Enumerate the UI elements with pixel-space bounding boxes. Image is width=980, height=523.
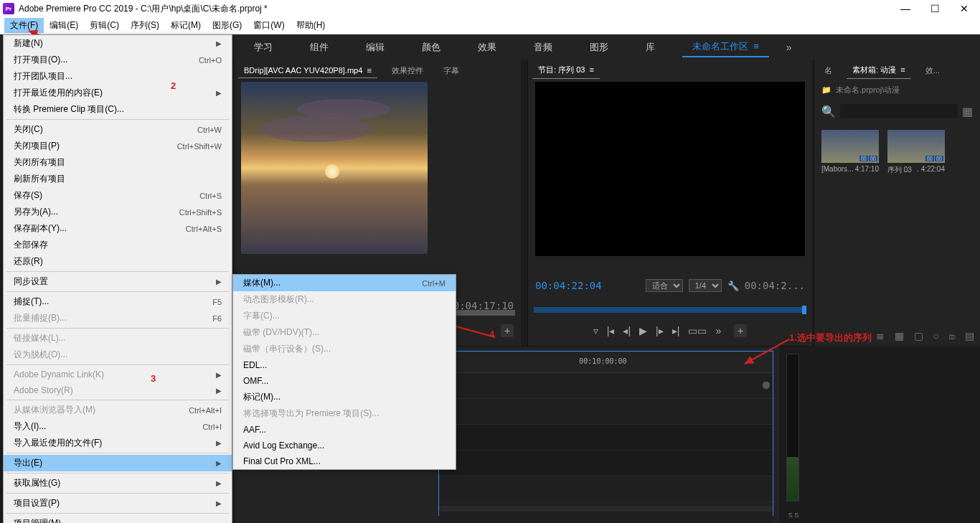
menu-item[interactable]: 另存为(A)...Ctrl+Shift+S	[4, 204, 232, 220]
timeline-scrollbar[interactable]	[439, 504, 773, 514]
thumb-item[interactable]: ▯▯▯▯ [Mabors...4:17:10	[821, 130, 879, 175]
menu-help[interactable]: 帮助(H)	[291, 18, 331, 33]
ws-unnamed[interactable]: 未命名工作区 ≡	[682, 37, 769, 57]
zoom-slider[interactable]: ○	[933, 330, 939, 341]
proj-tab-bin[interactable]: 素材箱: 动漫 ≡	[847, 62, 911, 79]
menu-item[interactable]: 媒体(M)...Ctrl+M	[233, 275, 456, 291]
thumb-item[interactable]: ▯▯▯▯ 序列 03. 4:22:04	[887, 130, 945, 175]
menu-item[interactable]: AAF...	[233, 422, 456, 438]
menu-item[interactable]: 保存(S)Ctrl+S	[4, 187, 232, 204]
add-marker-button[interactable]: +	[501, 324, 514, 337]
menu-item[interactable]: 关闭项目(P)Ctrl+Shift+W	[4, 138, 232, 154]
meter-bar	[786, 354, 799, 501]
ws-effects[interactable]: 效果	[468, 38, 507, 57]
menu-item[interactable]: 保存副本(Y)...Ctrl+Alt+S	[4, 220, 232, 237]
close-button[interactable]: ✕	[960, 3, 969, 14]
proj-tab3[interactable]: 效...	[920, 62, 946, 79]
list-view-icon[interactable]: ≣	[876, 330, 885, 341]
menu-item[interactable]: 同步设置▶	[4, 273, 232, 290]
menu-item: 字幕(C)...	[233, 308, 456, 324]
project-path: 📁 未命名.prproj\动漫	[814, 80, 980, 100]
program-ruler[interactable]	[534, 303, 806, 317]
ws-audio[interactable]: 音频	[524, 38, 562, 57]
source-tab-effect-controls[interactable]: 效果控件	[386, 62, 429, 79]
menu-item[interactable]: 项目设置(P)▶	[4, 495, 232, 512]
menu-item[interactable]: Final Cut Pro XML...	[233, 453, 456, 469]
ws-edit[interactable]: 编辑	[356, 38, 395, 57]
find-icon[interactable]: ▤	[965, 330, 974, 341]
source-tab-captions[interactable]: 字幕	[438, 62, 465, 79]
program-scale[interactable]: 1/4	[689, 279, 722, 292]
menu-window[interactable]: 窗口(W)	[248, 18, 290, 33]
menu-item[interactable]: 获取属性(G)▶	[4, 475, 232, 491]
step-back-icon[interactable]: ◂|	[623, 325, 631, 336]
menu-item[interactable]: 转换 Premiere Clip 项目(C)...	[4, 101, 232, 118]
audio-meter: S S	[779, 346, 808, 523]
app-icon: Pr	[3, 3, 14, 14]
menu-item: 设为脱机(O)...	[4, 347, 232, 363]
menu-item[interactable]: 全部保存	[4, 237, 232, 253]
wrench-icon[interactable]: 🔧	[727, 281, 739, 291]
mark-out-icon[interactable]: ▸|	[672, 325, 680, 336]
search-input[interactable]	[840, 104, 958, 118]
menu-item[interactable]: 导入最近使用的文件(F)▶	[4, 435, 232, 451]
proj-tab1[interactable]: 名	[819, 62, 838, 79]
menu-item[interactable]: 刷新所有项目	[4, 171, 232, 187]
annotation-4: 4	[489, 329, 494, 339]
maximize-button[interactable]: ☐	[930, 3, 940, 14]
step-fwd-icon[interactable]: |▸	[656, 325, 664, 336]
menu-graphics[interactable]: 图形(G)	[207, 18, 248, 33]
source-tabs: BDrip][AVC AAC YUV420P8].mp4 ≡ 效果控件 字幕	[234, 60, 521, 80]
ws-color[interactable]: 颜色	[412, 38, 451, 57]
thumbnails: ▯▯▯▯ [Mabors...4:17:10 ▯▯▯▯ 序列 03. 4:22:…	[814, 123, 980, 182]
menu-item[interactable]: EDL...	[233, 357, 456, 373]
menu-item[interactable]: 项目管理(M)...	[4, 515, 232, 523]
timeline-tracks[interactable]	[439, 373, 773, 501]
ws-library[interactable]: 库	[636, 38, 665, 57]
file-dropdown: 新建(N)▶打开项目(O)...Ctrl+O打开团队项目...打开最近使用的内容…	[3, 34, 232, 523]
minimize-button[interactable]: —	[900, 3, 910, 14]
menu-item[interactable]: 打开项目(O)...Ctrl+O	[4, 52, 232, 68]
program-panel: 节目: 序列 03 ≡ 00:04:22:04 适合 1/4 🔧 00:04:2…	[527, 60, 812, 346]
menu-item[interactable]: 导入(I)...Ctrl+I	[4, 418, 232, 435]
menu-item[interactable]: 打开团队项目...	[4, 68, 232, 85]
program-controls: 00:04:22:04 适合 1/4 🔧 00:04:2...	[528, 265, 812, 306]
program-tabs: 节目: 序列 03 ≡	[528, 60, 812, 80]
mark-in-icon[interactable]: |◂	[607, 325, 615, 336]
menu-item[interactable]: 导出(E)▶	[4, 455, 232, 471]
source-tab-clip[interactable]: BDrip][AVC AAC YUV420P8].mp4 ≡	[238, 63, 377, 78]
export-submenu: 媒体(M)...Ctrl+M动态图形模板(R)...字幕(C)...磁带 (DV…	[232, 274, 456, 470]
menu-item[interactable]: 标记(M)...	[233, 389, 456, 405]
timeline-inner[interactable]: 00:10:00:00	[438, 351, 773, 516]
icon-view-icon[interactable]: ▦	[895, 330, 904, 341]
menu-item[interactable]: 关闭(C)Ctrl+W	[4, 121, 232, 138]
freeform-icon[interactable]: ▢	[914, 330, 923, 341]
sort-icon[interactable]: ⎄	[949, 330, 955, 341]
project-search-row: 🔍 ▦	[821, 104, 973, 118]
program-video[interactable]	[535, 82, 805, 256]
program-timecode: 00:04:22:04	[535, 280, 602, 291]
titlebar: Pr Adobe Premiere Pro CC 2019 - C:\用户\hp…	[0, 0, 980, 17]
ws-components[interactable]: 组件	[300, 38, 339, 57]
program-duration: 00:04:2...	[745, 280, 805, 291]
menu-item[interactable]: 关闭所有项目	[4, 154, 232, 171]
source-video[interactable]	[241, 82, 428, 254]
overflow-icon[interactable]: »	[715, 325, 721, 336]
timeline-ruler[interactable]: 00:10:00:00	[439, 352, 773, 373]
menu-item: 将选择项导出为 Premiere 项目(S)...	[233, 405, 456, 422]
ws-learn[interactable]: 学习	[244, 38, 283, 57]
ws-graphics[interactable]: 图形	[580, 38, 618, 57]
menu-item[interactable]: 还原(R)	[4, 253, 232, 270]
new-bin-icon[interactable]: ▦	[962, 105, 973, 118]
menu-item[interactable]: 捕捉(T)...F5	[4, 293, 232, 310]
program-tab[interactable]: 节目: 序列 03 ≡	[532, 62, 600, 79]
program-fit[interactable]: 适合	[646, 279, 683, 292]
lift-icon[interactable]: ▭▭	[688, 325, 707, 336]
menu-item[interactable]: OMF...	[233, 373, 456, 389]
menu-item[interactable]: 新建(N)▶	[4, 35, 232, 52]
add-marker-icon[interactable]: ▿	[593, 325, 598, 336]
ws-overflow[interactable]: »	[786, 42, 792, 53]
menu-item[interactable]: 打开最近使用的内容(E)▶	[4, 85, 232, 101]
menu-item[interactable]: Avid Log Exchange...	[233, 438, 456, 453]
play-icon[interactable]: ▶	[639, 325, 647, 336]
